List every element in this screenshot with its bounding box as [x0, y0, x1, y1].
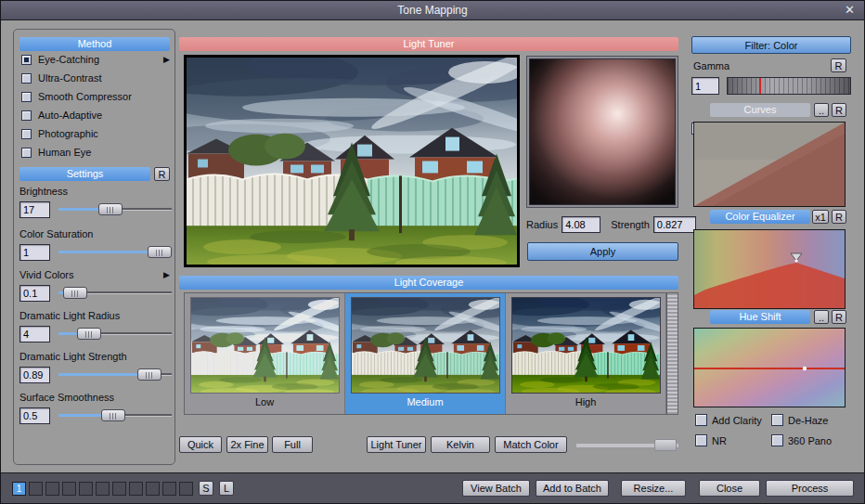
method-option-photographic[interactable]: Photographic: [21, 128, 98, 139]
curves-preview[interactable]: [693, 122, 846, 207]
batch-slot-9[interactable]: [146, 482, 160, 496]
slider-thumb[interactable]: [654, 439, 677, 451]
batch-slot-2[interactable]: [29, 482, 43, 496]
color-equalizer-x1-button[interactable]: x1: [812, 210, 829, 224]
chevron-right-icon[interactable]: ▶: [163, 55, 170, 64]
batch-slot-8[interactable]: [129, 482, 143, 496]
radius-label: Radius: [526, 219, 558, 230]
radio-human-eye[interactable]: [21, 148, 32, 158]
pano-360-checkbox[interactable]: [771, 434, 783, 446]
l-button[interactable]: L: [219, 481, 234, 496]
preview-photo: [187, 58, 517, 265]
slider-thumb[interactable]: [98, 203, 123, 215]
quick-button[interactable]: Quick: [179, 436, 222, 453]
slider-thumb[interactable]: [77, 328, 101, 340]
batch-slot-4[interactable]: [62, 482, 76, 496]
chevron-right-icon[interactable]: ▶: [163, 270, 170, 279]
batch-slot-10[interactable]: [162, 482, 176, 496]
radio-auto-adaptive[interactable]: [21, 110, 32, 121]
coverage-label: Low: [255, 396, 274, 407]
settings-reset-button[interactable]: R: [154, 167, 170, 181]
color-saturation-slider[interactable]: [58, 244, 172, 261]
hue-shift-more-button[interactable]: ..: [814, 310, 829, 324]
radio-ultra-contrast[interactable]: [21, 73, 32, 84]
curves-header: Curves: [710, 103, 810, 117]
close-icon[interactable]: ✕: [845, 3, 855, 17]
radio-smooth-compressor[interactable]: [21, 92, 32, 102]
hue-shift-preview[interactable]: [693, 328, 846, 407]
view-batch-button[interactable]: View Batch: [462, 480, 530, 497]
coverage-medium[interactable]: Medium: [345, 293, 506, 414]
hue-shift-reset-button[interactable]: R: [832, 310, 846, 324]
batch-slot-3[interactable]: [45, 482, 59, 496]
batch-slot-5[interactable]: [79, 482, 93, 496]
slider-thumb[interactable]: [137, 368, 161, 381]
batch-slot-11[interactable]: [179, 482, 193, 496]
vivid-colors-slider[interactable]: [58, 285, 172, 302]
method-option-ultra-contrast[interactable]: Ultra-Contrast: [21, 72, 101, 84]
vivid-colors-input[interactable]: [19, 285, 50, 302]
color-equalizer-reset-button[interactable]: R: [832, 210, 846, 224]
gamma-slider[interactable]: [727, 77, 851, 95]
de-haze-option[interactable]: De-Haze: [771, 414, 828, 426]
strength-input[interactable]: [653, 216, 696, 233]
fine-2x-button[interactable]: 2x Fine: [226, 436, 268, 453]
match-color-button[interactable]: Match Color: [495, 436, 567, 453]
slider-thumb[interactable]: [63, 287, 87, 299]
batch-slot-7[interactable]: [112, 482, 126, 496]
coverage-low-image: [190, 297, 340, 394]
apply-button[interactable]: Apply: [527, 242, 678, 261]
resize-button[interactable]: Resize...: [621, 480, 686, 497]
method-option-eye-catching[interactable]: Eye-Catching: [21, 54, 99, 65]
light-tuner-sphere[interactable]: [526, 56, 678, 208]
pano-360-option[interactable]: 360 Pano: [771, 434, 832, 446]
add-clarity-option[interactable]: Add Clarity: [695, 414, 762, 426]
process-button[interactable]: Process: [766, 480, 854, 497]
radius-input[interactable]: [562, 216, 600, 233]
batch-slot-6[interactable]: [96, 482, 110, 496]
coverage-scrollbar[interactable]: [666, 293, 678, 414]
close-button[interactable]: Close: [699, 480, 760, 497]
radio-photographic[interactable]: [21, 129, 32, 139]
surface-smoothness-slider[interactable]: [58, 407, 172, 424]
add-clarity-checkbox[interactable]: [695, 414, 707, 426]
surface-smoothness-input[interactable]: [19, 407, 50, 424]
brightness-slider[interactable]: [58, 201, 172, 218]
slider-thumb[interactable]: [148, 246, 172, 258]
nr-option[interactable]: NR: [695, 434, 727, 446]
light-tuner-button[interactable]: Light Tuner: [367, 436, 426, 453]
dramatic-light-radius-input[interactable]: [19, 326, 50, 342]
method-option-human-eye[interactable]: Human Eye: [21, 147, 91, 158]
color-saturation-input[interactable]: [19, 244, 50, 261]
gamma-input[interactable]: [691, 77, 719, 95]
vivid-colors-control: Vivid Colors: [19, 269, 172, 302]
dramatic-light-strength-input[interactable]: [19, 367, 50, 383]
curves-more-button[interactable]: ..: [814, 103, 829, 117]
de-haze-checkbox[interactable]: [771, 414, 783, 426]
nr-checkbox[interactable]: [695, 434, 707, 446]
method-option-label: Smooth Compressor: [38, 91, 132, 102]
batch-slot-1[interactable]: 1: [12, 482, 26, 496]
filter-color-button[interactable]: Filter: Color: [691, 36, 851, 54]
color-equalizer-preview[interactable]: [693, 229, 846, 309]
main-preview-image[interactable]: [184, 55, 520, 267]
radio-eye-catching[interactable]: [21, 55, 32, 65]
preview-balance-slider[interactable]: [576, 439, 678, 451]
kelvin-button[interactable]: Kelvin: [431, 436, 490, 453]
curves-reset-button[interactable]: R: [832, 103, 846, 117]
s-button[interactable]: S: [199, 481, 213, 496]
slider-thumb[interactable]: [101, 409, 125, 421]
color-equalizer-image: [694, 230, 845, 308]
coverage-low[interactable]: Low: [185, 293, 345, 414]
dramatic-light-radius-slider[interactable]: [58, 326, 172, 342]
coverage-high[interactable]: High: [506, 293, 666, 414]
full-button[interactable]: Full: [272, 436, 313, 453]
add-to-batch-button[interactable]: Add to Batch: [536, 480, 609, 497]
dramatic-light-strength-slider[interactable]: [58, 367, 172, 383]
coverage-label: High: [575, 396, 597, 407]
method-option-smooth-compressor[interactable]: Smooth Compressor: [21, 91, 132, 102]
method-option-auto-adaptive[interactable]: Auto-Adaptive: [21, 110, 102, 121]
gamma-reset-button[interactable]: R: [831, 58, 846, 72]
brightness-input[interactable]: [19, 201, 50, 218]
title-bar[interactable]: Tone Mapping ✕: [1, 1, 864, 20]
